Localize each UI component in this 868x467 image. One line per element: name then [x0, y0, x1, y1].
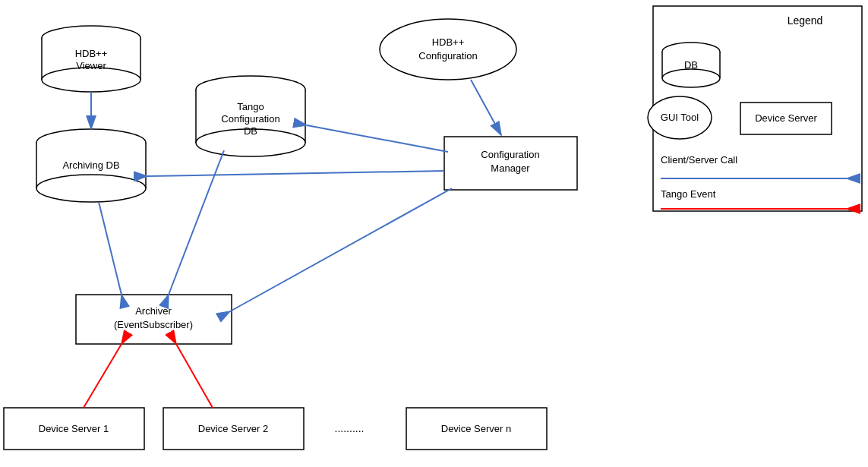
svg-text:DB: DB — [244, 125, 257, 137]
svg-text:Tango: Tango — [237, 101, 264, 112]
svg-line-45 — [169, 150, 224, 295]
svg-text:Device Server 2: Device Server 2 — [198, 423, 268, 434]
svg-text:Configuration: Configuration — [221, 113, 279, 125]
svg-text:Configuration: Configuration — [418, 50, 477, 62]
svg-text:GUI Tool: GUI Tool — [661, 112, 699, 123]
svg-text:DB: DB — [684, 59, 698, 71]
svg-text:Manager: Manager — [491, 163, 530, 174]
svg-text:Tango Event: Tango Event — [661, 188, 716, 200]
svg-text:HDB++: HDB++ — [75, 48, 108, 59]
svg-text:Legend: Legend — [788, 14, 823, 27]
svg-text:Client/Server Call: Client/Server Call — [661, 154, 737, 166]
svg-text:Device Server 1: Device Server 1 — [39, 423, 109, 434]
svg-text:Device Server n: Device Server n — [441, 423, 511, 434]
svg-line-44 — [230, 188, 452, 311]
svg-line-47 — [84, 344, 122, 408]
svg-point-55 — [662, 69, 720, 87]
svg-line-43 — [307, 125, 448, 152]
svg-text:Archiving DB: Archiving DB — [62, 159, 119, 171]
svg-line-46 — [99, 202, 122, 295]
diagram-container: HDB++ Viewer Archiving DB Tango Configur… — [0, 0, 868, 467]
svg-text:(EventSubscriber): (EventSubscriber) — [114, 319, 193, 330]
svg-text:Archiver: Archiver — [135, 305, 172, 317]
svg-point-24 — [380, 19, 516, 80]
svg-line-42 — [147, 171, 444, 176]
svg-text:..........: .......... — [335, 422, 365, 434]
svg-line-48 — [176, 344, 213, 408]
svg-line-41 — [471, 80, 501, 135]
architecture-svg: HDB++ Viewer Archiving DB Tango Configur… — [0, 0, 868, 467]
svg-text:HDB++: HDB++ — [432, 36, 465, 48]
svg-point-14 — [36, 175, 146, 202]
svg-text:Viewer: Viewer — [76, 60, 106, 71]
svg-text:Device Server: Device Server — [755, 112, 817, 124]
svg-text:Configuration: Configuration — [481, 149, 539, 160]
